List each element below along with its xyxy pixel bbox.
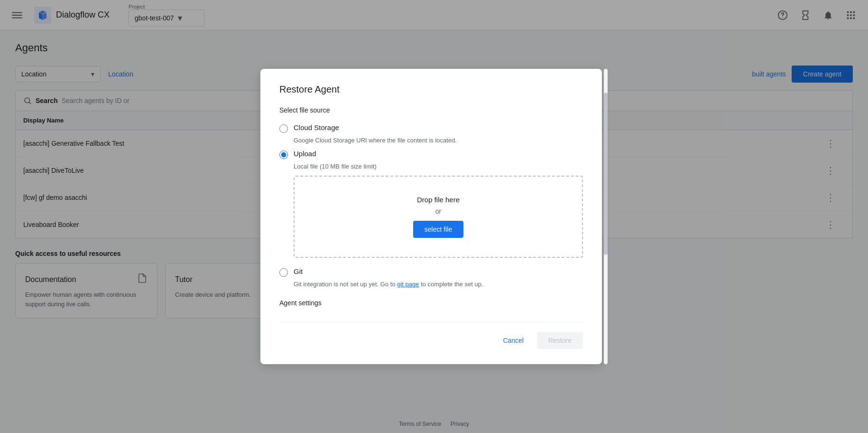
modal-scrollbar[interactable] [604,69,608,364]
cloud-storage-label: Cloud Storage [294,123,339,132]
drop-zone[interactable]: Drop file here or select file [294,176,583,258]
modal-overlay: Restore Agent Select file source Cloud S… [0,0,868,433]
git-option: Git [279,267,583,277]
select-file-button[interactable]: select file [413,221,463,238]
upload-option: Upload [279,150,583,159]
git-desc-suffix: to complete the set up. [421,281,483,288]
modal-wrapper: Restore Agent Select file source Cloud S… [260,69,608,364]
git-page-link[interactable]: git page [397,281,419,288]
restore-button[interactable]: Restore [537,332,583,349]
git-desc-prefix: Git integration is not set up yet. Go to [294,281,397,288]
upload-label: Upload [294,150,316,158]
cloud-storage-radio[interactable] [279,124,288,133]
file-source-label: Select file source [279,106,583,114]
modal-scrollbar-thumb [604,93,608,255]
agent-settings-label: Agent settings [279,299,583,307]
upload-desc: Local file (10 MB file size limit) [294,163,583,170]
git-radio[interactable] [279,268,288,277]
git-desc: Git integration is not set up yet. Go to… [294,281,583,288]
restore-agent-modal: Restore Agent Select file source Cloud S… [260,69,602,364]
cloud-storage-option: Cloud Storage [279,123,583,133]
upload-radio[interactable] [279,151,288,159]
modal-title: Restore Agent [279,84,583,95]
drop-or: or [304,207,573,215]
drop-text: Drop file here [304,196,573,204]
git-label: Git [294,267,303,275]
modal-footer: Cancel Restore [279,322,583,349]
cloud-storage-desc: Google Cloud Storage URI where the file … [294,137,583,144]
cancel-button[interactable]: Cancel [495,333,531,348]
